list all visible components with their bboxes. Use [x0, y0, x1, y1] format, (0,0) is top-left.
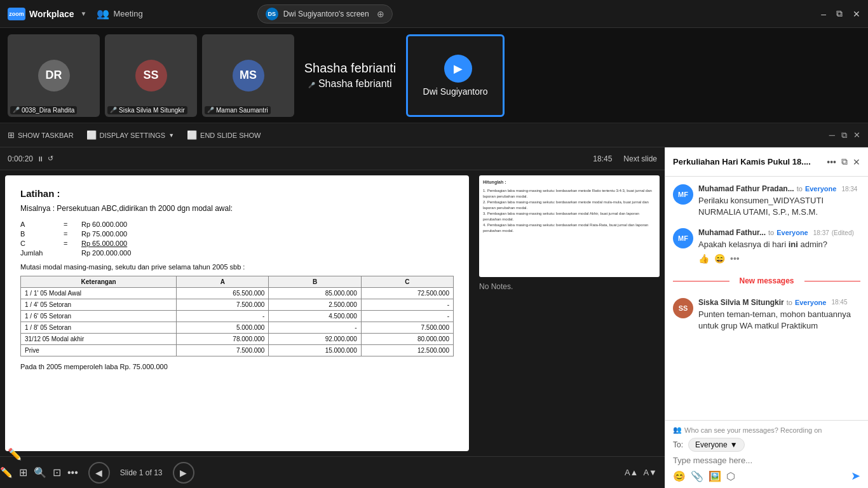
table-row: 1 / 4' 05 Setoran7.500.0002.500.000- [21, 299, 454, 311]
emoji-btn[interactable]: 😊 [673, 470, 686, 482]
next-slide-panel: Hitunglah : 1. Pembagian laba masing-mas… [474, 170, 665, 456]
muted-icon-dira: 🎤 [13, 107, 20, 113]
participant-thumb-maman[interactable]: MS 🎤 Maman Saumantri [202, 34, 294, 117]
chat-avatar-mf2: MF [673, 228, 693, 248]
screen-share-options-btn[interactable]: ⊕ [377, 9, 384, 19]
table-row: 1 / 8' 05 Setoran5.000.000-7.500.000 [21, 322, 454, 334]
zoom-icon: zoom [8, 8, 25, 20]
react-more-btn[interactable]: ••• [730, 254, 740, 264]
show-taskbar-btn[interactable]: ⊞ SHOW TASKBAR [8, 130, 74, 140]
chat-message-3: SS Siska Silvia M Situngkir to Everyone … [673, 298, 860, 332]
next-slide-thumbnail: Hitunglah : 1. Pembagian laba masing-mas… [479, 175, 660, 277]
display-settings-btn[interactable]: ⬜ DISPLAY SETTINGS ▼ [86, 130, 174, 140]
chat-recipient-1: Everyone [805, 185, 837, 193]
chat-avatar-ss: SS [673, 298, 693, 318]
dropdown-arrow-icon: ▼ [168, 132, 174, 139]
slide-title: Latihan : [20, 188, 454, 199]
toolbar-row: ⊞ SHOW TASKBAR ⬜ DISPLAY SETTINGS ▼ ⬜ EN… [0, 123, 868, 147]
screen-share-label: Dwi Sugiyantoro's screen [283, 10, 369, 18]
grid-tool-btn[interactable]: ⊞ [19, 466, 27, 478]
col-header-keterangan: Keterangan [21, 276, 177, 288]
chat-popout-btn[interactable]: ⧉ [841, 156, 848, 167]
chat-msg-header-3: Siska Silvia M Situngkir to Everyone 18:… [698, 298, 860, 307]
reset-btn[interactable]: ↺ [48, 154, 53, 163]
more-tools-btn[interactable]: ••• [67, 466, 78, 478]
recipient-selector[interactable]: Everyone ▼ [688, 438, 745, 452]
table-row: 1 / 6' 05 Setoran-4.500.000- [21, 311, 454, 322]
meeting-btn[interactable]: 👥 Meeting [97, 8, 142, 20]
next-slide-btn[interactable]: ▶ [173, 462, 194, 484]
dwi-name: Dwi Sugiyantoro [423, 86, 488, 97]
chat-to-3: to [787, 299, 792, 306]
font-decrease-btn[interactable]: A▼ [643, 468, 657, 477]
pen-bottom-btn[interactable]: ✏️ [8, 447, 22, 461]
chat-text-2: Apakah kelasnya di hari ini admin? [698, 239, 860, 250]
zoom-logo: zoom Workplace ▼ [8, 8, 86, 20]
chat-text-3: Punten teman-teman, mohon bantuannya unt… [698, 309, 860, 332]
participant-thumb-dira[interactable]: DR 🎤 0038_Dira Rahdita [8, 34, 100, 117]
participant-name-shasha-small: 🎤 Shasha febrianti [308, 78, 391, 90]
table-row: 1 / 1' 05 Modal Awal65.500.00085.000.000… [21, 288, 454, 299]
screen-share-pill: DS Dwi Sugiyantoro's screen ⊕ [257, 4, 393, 24]
chat-recipient-2: Everyone [776, 229, 808, 236]
display-icon: ⬜ [86, 130, 97, 140]
chat-to-2: to [768, 229, 774, 236]
minimize-btn[interactable]: – [821, 8, 826, 19]
restore-btn[interactable]: ⧉ [836, 8, 843, 19]
chat-message-2: MF Muhamad Fathur... to Everyone 18:37 (… [673, 228, 860, 263]
participant-name-maman: 🎤 Maman Saumantri [205, 106, 271, 114]
chat-options-btn[interactable]: ••• [827, 156, 836, 167]
shasha-name-large: Shasha febrianti [304, 61, 397, 76]
table-row: 31/12 05 Modal akhir78.000.00092.000.000… [21, 334, 454, 345]
end-slideshow-btn[interactable]: ⬜ END SLIDE SHOW [187, 130, 261, 140]
slide-counter: Slide 1 of 13 [120, 468, 163, 477]
chat-footer: 👥 Who can see your messages? Recording o… [665, 420, 868, 488]
no-notes-label: No Notes. [479, 282, 660, 291]
slide-table: Keterangan A B C 1 / 1' 05 Modal Awal65.… [20, 276, 454, 356]
chat-msg-header-1: Muhamad Fathur Pradan... to Everyone 18:… [698, 184, 860, 193]
chat-header: Perkuliahan Hari Kamis Pukul 18.... ••• … [665, 147, 868, 177]
toolbar-close-btn[interactable]: ✕ [853, 130, 860, 140]
react-thumbsup-btn[interactable]: 👍 [698, 254, 709, 264]
toolbar-restore-btn[interactable]: ⧉ [841, 130, 847, 140]
participant-avatar-dira: DR [38, 60, 70, 92]
recipient-dropdown-icon: ▼ [730, 440, 738, 449]
send-btn[interactable]: ➤ [851, 469, 860, 483]
screenshot-btn[interactable]: 🖼️ [709, 470, 721, 482]
slide-controls-bottom: ✏️ ⊞ 🔍 ⊡ ••• ◀ Slide 1 of 13 ▶ A▲ A▼ [0, 456, 665, 488]
chat-title: Perkuliahan Hari Kamis Pukul 18.... [673, 157, 822, 166]
chat-time-3: 18:45 [831, 299, 847, 306]
search-tool-btn[interactable]: 🔍 [34, 466, 46, 478]
dwi-play-btn[interactable]: ▶ [444, 55, 472, 83]
gif-btn[interactable]: ⬡ [726, 470, 735, 482]
workplace-dropdown-btn[interactable]: ▼ [81, 10, 87, 17]
chat-sender-3: Siska Silvia M Situngkir [698, 298, 784, 307]
participant-avatar-siska: SS [135, 60, 167, 92]
meeting-icon: 👥 [97, 8, 109, 20]
timer-display: 0:00:20 ⏸ ↺ [8, 154, 53, 163]
main-slide: Latihan : Misalnya : Persekutuan ABC,did… [5, 175, 469, 451]
chat-msg-body-2: Muhamad Fathur... to Everyone 18:37 (Edi… [698, 228, 860, 263]
participant-thumb-siska[interactable]: SS 🎤 Siska Silvia M Situngkir [105, 34, 197, 117]
pen-tool-btn[interactable]: ✏️ [0, 466, 13, 478]
pointer-tool-btn[interactable]: ⊡ [53, 466, 61, 478]
col-header-a: A [177, 276, 269, 288]
muted-icon-shasha: 🎤 [308, 82, 315, 88]
topbar: zoom Workplace ▼ 👥 Meeting DS Dwi Sugiya… [0, 0, 868, 28]
chat-input-row [673, 456, 860, 465]
attachment-btn[interactable]: 📎 [691, 470, 703, 482]
new-messages-divider: New messages [673, 274, 860, 288]
chat-close-btn[interactable]: ✕ [853, 156, 860, 167]
font-increase-btn[interactable]: A▲ [625, 468, 639, 477]
chat-message-input[interactable] [673, 456, 860, 465]
participant-thumb-dwi-active[interactable]: ▶ Dwi Sugiyantoro [406, 34, 505, 117]
pen-bottom-area: ✏️ [8, 447, 22, 461]
pause-btn[interactable]: ⏸ [37, 155, 44, 163]
meeting-label: Meeting [113, 9, 142, 18]
slide-row-a: A = Rp 60.000.000 [20, 220, 454, 228]
react-smile-btn[interactable]: 😄 [714, 254, 725, 264]
close-btn[interactable]: ✕ [853, 8, 860, 19]
chat-msg-body-3: Siska Silvia M Situngkir to Everyone 18:… [698, 298, 860, 332]
prev-slide-btn[interactable]: ◀ [88, 462, 110, 484]
toolbar-minimize-btn[interactable]: ─ [829, 130, 835, 140]
